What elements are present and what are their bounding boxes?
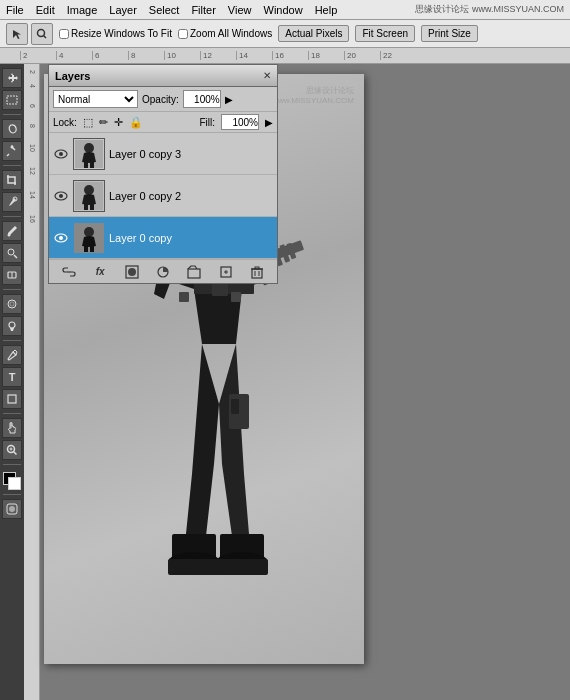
svg-point-12 [8,300,16,308]
opacity-arrow[interactable]: ▶ [225,94,233,105]
ruler-mark: 18 [308,51,344,60]
svg-point-65 [128,268,136,276]
layers-bottom-bar: fx [49,259,277,283]
ruler-mark: 22 [380,51,416,60]
ruler-mark: 4 [56,51,92,60]
print-size-btn[interactable]: Print Size [421,25,478,42]
layer-styles-btn[interactable]: fx [90,263,110,281]
ruler-mark: 16 [272,51,308,60]
lasso-tool[interactable] [2,119,22,139]
svg-point-14 [9,322,15,328]
fill-arrow[interactable]: ▶ [265,117,273,128]
blend-mode-select[interactable]: Normal [53,90,138,108]
svg-rect-67 [188,269,200,278]
menu-filter[interactable]: Filter [191,4,215,16]
zoom-tool[interactable] [2,440,22,460]
layer-item-copy3[interactable]: Layer 0 copy 3 [49,133,277,175]
layer-eye-copy2[interactable] [53,188,69,204]
layer-name-copy: Layer 0 copy [109,232,273,244]
svg-point-8 [8,234,11,237]
delete-layer-btn[interactable] [247,263,267,281]
text-tool[interactable]: T [2,367,22,387]
menu-image[interactable]: Image [67,4,98,16]
fit-screen-btn[interactable]: Fit Screen [355,25,415,42]
watermark-top: 思缘设计论坛 www.MISSYUAN.COM [415,3,564,16]
brush-tool[interactable] [2,221,22,241]
actual-pixels-btn[interactable]: Actual Pixels [278,25,349,42]
zoom-tool-btn[interactable] [31,23,53,45]
svg-rect-55 [84,204,88,210]
hand-tool[interactable] [2,418,22,438]
canvas-area: 2 4 6 8 10 12 14 16 思缘设计论坛 www.MISSYUAN.… [24,64,570,700]
opacity-input[interactable] [183,90,221,108]
layer-name-copy3: Layer 0 copy 3 [109,148,273,160]
link-layers-btn[interactable] [59,263,79,281]
layer-eye-copy3[interactable] [53,146,69,162]
clone-stamp-tool[interactable] [2,243,22,263]
svg-rect-15 [8,395,16,403]
menu-help[interactable]: Help [315,4,338,16]
magic-wand-tool[interactable] [2,141,22,161]
layers-lock-row: Lock: ⬚ ✏ ✛ 🔒 Fill: ▶ [49,112,277,133]
svg-point-0 [38,29,45,36]
eyedropper-tool[interactable] [2,192,22,212]
layer-item-copy[interactable]: Layer 0 copy [49,217,277,259]
options-bar: Resize Windows To Fit Zoom All Windows A… [0,20,570,48]
zoom-all-check[interactable]: Zoom All Windows [178,28,272,39]
svg-rect-56 [90,204,94,210]
adjustment-layer-btn[interactable] [153,263,173,281]
ruler-mark: 14 [236,51,272,60]
svg-line-17 [14,452,17,455]
tool-select-btn[interactable] [6,23,28,45]
svg-rect-49 [84,162,88,168]
svg-line-1 [44,35,47,38]
layer-mask-btn[interactable] [122,263,142,281]
group-layers-btn[interactable] [184,263,204,281]
horizontal-ruler: 2 4 6 8 10 12 14 16 18 20 22 [0,48,570,64]
shape-tool[interactable] [2,389,22,409]
lock-transparent-icon[interactable]: ⬚ [83,116,93,129]
lock-all-icon[interactable]: 🔒 [129,116,143,129]
svg-rect-2 [7,96,17,104]
svg-rect-71 [252,269,262,278]
blur-tool[interactable] [2,294,22,314]
layers-panel-title: Layers [55,70,90,82]
ruler-mark: 2 [20,51,56,60]
layer-item-copy2[interactable]: Layer 0 copy 2 [49,175,277,217]
menu-file[interactable]: File [6,4,24,16]
dodge-tool[interactable] [2,316,22,336]
menu-layer[interactable]: Layer [109,4,137,16]
move-tool[interactable] [2,68,22,88]
menu-window[interactable]: Window [264,4,303,16]
quick-mask-btn[interactable] [2,499,22,519]
resize-windows-check[interactable]: Resize Windows To Fit [59,28,172,39]
svg-point-52 [59,194,63,198]
background-color[interactable] [8,477,21,490]
menu-select[interactable]: Select [149,4,180,16]
layer-name-copy2: Layer 0 copy 2 [109,190,273,202]
svg-point-60 [84,227,94,237]
layers-list: Layer 0 copy 3 [49,133,277,259]
eraser-tool[interactable] [2,265,22,285]
color-swatches[interactable] [3,472,21,490]
marquee-tool[interactable] [2,90,22,110]
layer-thumb-copy2 [73,180,105,212]
layers-panel: Layers ✕ Normal Opacity: ▶ Lock: ⬚ ✏ ✛ 🔒… [48,64,278,284]
lock-paint-icon[interactable]: ✏ [99,116,108,129]
lock-move-icon[interactable]: ✛ [114,116,123,129]
svg-rect-73 [255,267,259,269]
svg-rect-50 [90,162,94,168]
layers-close-btn[interactable]: ✕ [263,70,271,81]
svg-rect-42 [231,399,239,414]
menu-edit[interactable]: Edit [36,4,55,16]
crop-tool[interactable] [2,170,22,190]
svg-rect-40 [216,559,268,575]
svg-rect-61 [84,246,88,252]
pen-tool[interactable] [2,345,22,365]
main-area: T 2 4 6 8 10 [0,64,570,700]
opacity-label: Opacity: [142,94,179,105]
menu-view[interactable]: View [228,4,252,16]
fill-input[interactable] [221,114,259,130]
layer-eye-copy[interactable] [53,230,69,246]
new-layer-btn[interactable] [216,263,236,281]
